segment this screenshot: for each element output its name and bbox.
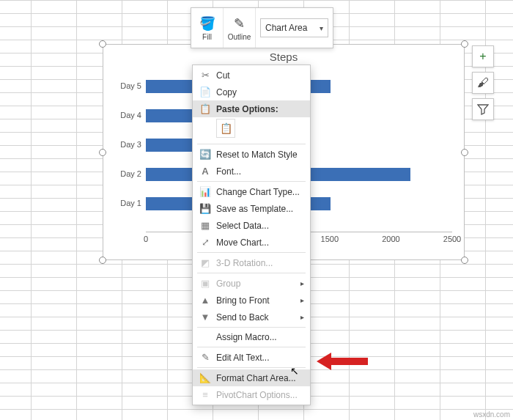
copy-icon: 📄 — [197, 86, 213, 97]
clipboard-icon: 📋 — [197, 103, 213, 114]
group-icon: ▣ — [197, 278, 213, 289]
menu-send-to-back[interactable]: ▼ Send to Back ▸ — [193, 309, 310, 325]
separator — [197, 181, 306, 182]
pen-icon: ✎ — [234, 15, 245, 32]
chart-filters-button[interactable] — [472, 98, 494, 120]
outline-label: Outline — [228, 33, 251, 41]
menu-save-template[interactable]: 💾 Save as Template... — [193, 200, 310, 217]
menu-paste-options[interactable]: 📋 Paste Options: — [193, 100, 310, 117]
plus-icon: + — [479, 50, 486, 63]
resize-handle[interactable] — [99, 257, 106, 264]
category-label: Day 4 — [109, 111, 141, 119]
funnel-icon — [477, 103, 489, 115]
category-label: Day 5 — [109, 81, 141, 90]
separator — [197, 347, 306, 347]
reset-icon: 🔄 — [197, 149, 213, 160]
brush-icon: 🖌 — [477, 76, 489, 89]
menu-select-data[interactable]: ▦ Select Data... — [193, 217, 310, 234]
pivot-icon: ≡ — [197, 389, 213, 400]
chart-side-buttons: + 🖌 — [472, 45, 494, 120]
menu-font[interactable]: A Font... — [193, 163, 310, 180]
category-label: Day 1 — [109, 199, 141, 207]
separator — [197, 327, 306, 328]
menu-assign-macro[interactable]: Assign Macro... — [193, 329, 310, 345]
category-label: Day 2 — [109, 169, 141, 178]
separator — [197, 367, 306, 368]
menu-bring-to-front[interactable]: ▲ Bring to Front ▸ — [193, 292, 310, 309]
outline-button[interactable]: ✎ Outline — [224, 8, 256, 48]
data-icon: ▦ — [197, 220, 213, 231]
chevron-down-icon: ▾ — [320, 24, 323, 32]
format-icon: 📐 — [197, 372, 213, 383]
fill-button[interactable]: 🪣 Fill — [191, 8, 224, 48]
bucket-icon: 🪣 — [199, 15, 215, 32]
x-tick: 2500 — [443, 235, 461, 243]
menu-move-chart[interactable]: ⤢ Move Chart... — [193, 234, 310, 251]
mini-toolbar: 🪣 Fill ✎ Outline Chart Area ▾ — [191, 7, 333, 48]
fill-label: Fill — [202, 33, 212, 41]
separator — [197, 273, 306, 273]
resize-handle[interactable] — [99, 149, 106, 156]
chart-element-dropdown[interactable]: Chart Area ▾ — [260, 18, 328, 37]
separator — [197, 144, 306, 144]
menu-reset-style[interactable]: 🔄 Reset to Match Style — [193, 146, 310, 163]
paste-options-row: 📋 — [193, 117, 310, 142]
chart-styles-button[interactable]: 🖌 — [472, 72, 494, 94]
move-icon: ⤢ — [197, 237, 213, 248]
separator — [197, 252, 306, 253]
chart-elements-button[interactable]: + — [472, 45, 494, 67]
submenu-arrow-icon: ▸ — [300, 313, 304, 321]
chart-type-icon: 📊 — [197, 186, 213, 197]
menu-cut[interactable]: ✂ Cut — [193, 67, 310, 84]
resize-handle[interactable] — [461, 40, 468, 48]
x-tick: 0 — [144, 235, 148, 243]
font-icon: A — [197, 166, 213, 177]
submenu-arrow-icon: ▸ — [300, 279, 304, 287]
menu-format-chart-area[interactable]: 📐 Format Chart Area... — [193, 369, 310, 386]
x-tick: 2000 — [382, 235, 399, 243]
resize-handle[interactable] — [461, 257, 468, 264]
submenu-arrow-icon: ▸ — [300, 296, 304, 304]
menu-3d-rotation: ◩ 3-D Rotation... — [193, 254, 310, 271]
category-label: Day 3 — [109, 140, 141, 149]
menu-copy[interactable]: 📄 Copy — [193, 84, 310, 100]
menu-edit-alt-text[interactable]: ✎ Edit Alt Text... — [193, 349, 310, 366]
template-icon: 💾 — [197, 203, 213, 214]
cube-icon: ◩ — [197, 257, 213, 268]
x-tick: 1500 — [321, 235, 339, 243]
scissors-icon: ✂ — [197, 70, 213, 81]
menu-group: ▣ Group ▸ — [193, 275, 310, 292]
dropdown-value: Chart Area — [265, 23, 307, 33]
context-menu: ✂ Cut 📄 Copy 📋 Paste Options: 📋 🔄 Reset … — [192, 65, 311, 405]
resize-handle[interactable] — [99, 40, 106, 48]
back-icon: ▼ — [197, 312, 213, 323]
resize-handle[interactable] — [461, 149, 468, 156]
menu-pivotchart-options: ≡ PivotChart Options... — [193, 386, 310, 403]
watermark: wsxdn.com — [473, 410, 510, 419]
front-icon: ▲ — [197, 295, 213, 306]
paste-option-default[interactable]: 📋 — [216, 119, 235, 138]
menu-change-chart-type[interactable]: 📊 Change Chart Type... — [193, 183, 310, 200]
alt-text-icon: ✎ — [197, 352, 213, 363]
